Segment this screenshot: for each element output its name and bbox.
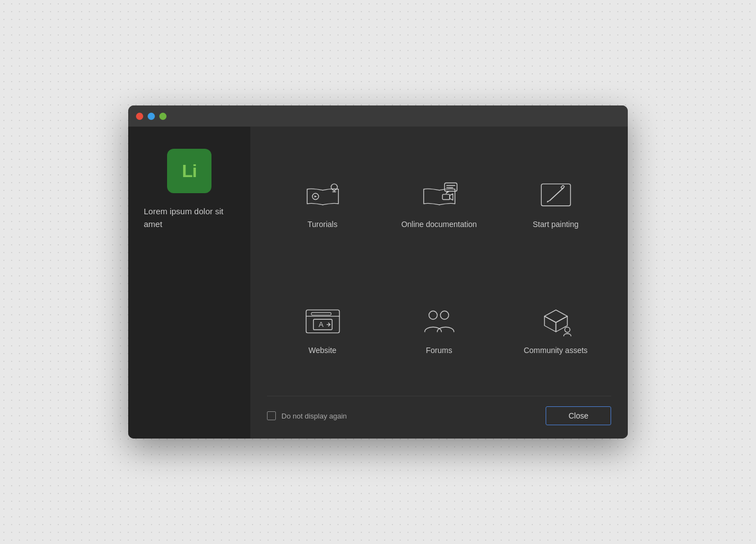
svg-marker-23 — [556, 316, 567, 332]
grid-item-start-painting[interactable]: Start painting — [500, 143, 611, 264]
grid-item-online-documentation[interactable]: Online documentation — [384, 143, 495, 264]
main-panel: Turorials — [250, 127, 628, 439]
start-painting-label: Start painting — [533, 220, 579, 229]
svg-point-19 — [429, 311, 437, 320]
items-grid: Turorials — [267, 143, 611, 390]
online-documentation-icon — [417, 179, 461, 212]
grid-item-community-assets[interactable]: Community assets — [500, 270, 611, 391]
main-window: Li Lorem ipsum dolor sit amet — [128, 105, 628, 439]
grid-item-tutorials[interactable]: Turorials — [267, 143, 378, 264]
online-documentation-label: Online documentation — [401, 220, 477, 229]
community-assets-label: Community assets — [523, 346, 587, 355]
sidebar: Li Lorem ipsum dolor sit amet — [128, 127, 250, 439]
close-button[interactable]: Close — [546, 406, 611, 425]
svg-rect-8 — [442, 194, 450, 199]
titlebar — [128, 105, 628, 127]
do-not-display-area[interactable]: Do not display again — [267, 411, 347, 420]
grid-item-website[interactable]: A Website — [267, 270, 378, 391]
forums-icon — [417, 305, 461, 338]
community-assets-icon — [533, 305, 578, 338]
forums-label: Forums — [426, 346, 452, 355]
svg-text:A: A — [319, 321, 324, 329]
svg-marker-9 — [450, 194, 453, 200]
app-icon-text: Li — [182, 161, 196, 182]
svg-marker-1 — [314, 195, 317, 198]
maximize-traffic-light[interactable] — [159, 113, 167, 120]
svg-rect-12 — [561, 185, 565, 189]
svg-point-2 — [331, 184, 337, 190]
svg-marker-22 — [544, 316, 556, 332]
svg-rect-15 — [311, 313, 331, 315]
close-traffic-light[interactable] — [136, 113, 143, 120]
svg-point-24 — [565, 328, 569, 333]
website-label: Website — [309, 346, 336, 355]
website-icon: A — [300, 305, 345, 338]
do-not-display-checkbox[interactable] — [267, 411, 276, 420]
do-not-display-label: Do not display again — [281, 412, 347, 420]
app-description: Lorem ipsum dolor sit amet — [139, 205, 239, 230]
svg-marker-21 — [544, 310, 567, 323]
svg-line-11 — [550, 188, 563, 201]
grid-item-forums[interactable]: Forums — [384, 270, 495, 391]
tutorials-label: Turorials — [308, 220, 337, 229]
svg-point-20 — [440, 311, 448, 320]
minimize-traffic-light[interactable] — [148, 113, 155, 120]
content-area: Li Lorem ipsum dolor sit amet — [128, 127, 628, 439]
footer: Do not display again Close — [267, 396, 611, 425]
tutorials-icon — [300, 179, 345, 212]
start-painting-icon — [533, 179, 578, 212]
app-icon: Li — [167, 149, 211, 193]
